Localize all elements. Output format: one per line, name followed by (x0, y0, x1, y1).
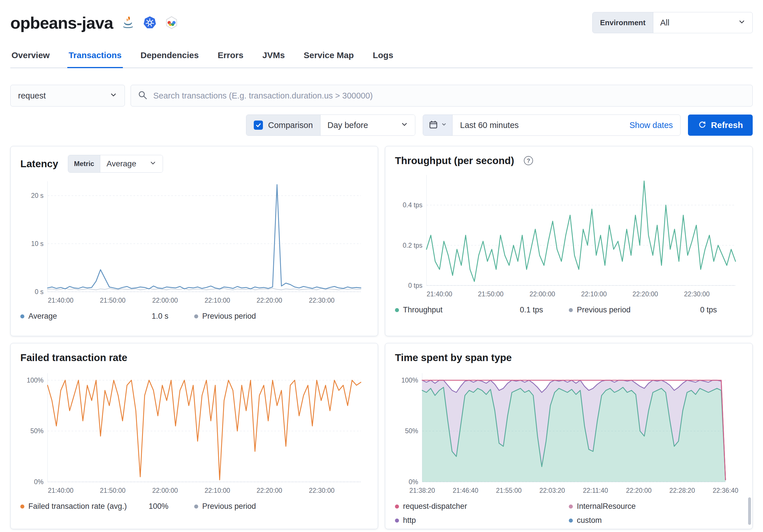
legend-label: Previous period (577, 305, 631, 314)
svg-text:22:30:00: 22:30:00 (309, 297, 335, 304)
legend-item-request-dispatcher[interactable]: request-dispatcher (395, 502, 569, 511)
span-type-panel: Time spent by span type 0%50%100%21:38:2… (385, 343, 753, 529)
svg-text:22:20:00: 22:20:00 (257, 487, 282, 494)
tab-dependencies[interactable]: Dependencies (140, 47, 200, 68)
svg-text:22:30:00: 22:30:00 (309, 487, 335, 494)
comparison-select[interactable]: Day before (320, 115, 415, 136)
refresh-icon (698, 120, 706, 131)
svg-text:22:20:00: 22:20:00 (257, 297, 282, 304)
legend-dot-icon (194, 314, 198, 318)
refresh-button[interactable]: Refresh (688, 115, 753, 136)
svg-text:21:38:20: 21:38:20 (409, 487, 435, 494)
title-row: opbeans-java (10, 10, 753, 36)
legend-label: http (403, 516, 416, 525)
span-type-chart[interactable]: 0%50%100%21:38:2021:46:4021:55:0022:03:2… (395, 369, 743, 496)
calendar-button[interactable] (423, 115, 453, 136)
legend-value: 100% (149, 502, 168, 511)
legend-item-previous-period[interactable]: Previous period (194, 312, 368, 321)
comparison-control: Comparison Day before (246, 115, 415, 136)
legend-label: request-dispatcher (403, 502, 467, 511)
legend-dot-icon (395, 519, 399, 523)
tab-errors[interactable]: Errors (217, 47, 245, 68)
svg-text:22:10:00: 22:10:00 (581, 290, 607, 298)
comparison-value: Day before (327, 121, 368, 130)
legend-item-average[interactable]: Average1.0 s (20, 312, 194, 321)
throughput-chart[interactable]: 0 tps0.2 tps0.4 tps21:40:0021:50:0022:00… (395, 170, 743, 300)
environment-value: All (660, 18, 669, 28)
svg-text:20 s: 20 s (31, 192, 44, 199)
tab-overview[interactable]: Overview (10, 47, 51, 68)
metric-control: Metric Average (68, 155, 163, 173)
legend-label: Previous period (202, 502, 256, 511)
legend-item-internalresource[interactable]: InternalResource (569, 502, 743, 511)
panel-title: Latency (20, 158, 58, 169)
latency-legend: Average1.0 sPrevious period (20, 312, 368, 321)
tab-transactions[interactable]: Transactions (67, 47, 123, 68)
environment-select[interactable]: All (653, 12, 752, 33)
chevron-down-icon (441, 122, 447, 128)
legend-item-previous-period[interactable]: Previous period0 tps (569, 305, 743, 314)
legend-item-previous-period[interactable]: Previous period (194, 502, 368, 511)
throughput-legend: Throughput0.1 tpsPrevious period0 tps (395, 305, 743, 314)
legend-label: Throughput (403, 305, 443, 314)
legend-label: Average (28, 312, 57, 321)
svg-text:21:50:00: 21:50:00 (100, 297, 126, 304)
svg-text:21:40:00: 21:40:00 (427, 290, 453, 298)
time-range-value[interactable]: Last 60 minutes (453, 121, 622, 130)
panel-title: Failed transaction rate (20, 352, 127, 363)
scrollbar-thumb[interactable] (748, 497, 751, 525)
environment-label: Environment (593, 12, 653, 33)
refresh-label: Refresh (711, 120, 743, 130)
svg-text:22:00:00: 22:00:00 (153, 297, 178, 304)
latency-panel: Latency Metric Average 0 s10 s20 s21:40:… (10, 146, 378, 336)
date-picker: Last 60 minutes Show dates (423, 115, 681, 136)
tab-logs[interactable]: Logs (372, 47, 394, 68)
svg-text:0 tps: 0 tps (408, 282, 422, 289)
svg-text:22:36:40: 22:36:40 (712, 487, 738, 494)
chevron-down-icon (738, 18, 745, 28)
failed-rate-chart[interactable]: 0%50%100%21:40:0021:50:0022:00:0022:10:0… (20, 369, 368, 496)
tab-jvms[interactable]: JVMs (261, 47, 286, 68)
legend-dot-icon (194, 504, 198, 508)
metric-select[interactable]: Average (100, 155, 163, 172)
google-cloud-icon (165, 16, 178, 30)
legend-dot-icon (395, 308, 399, 312)
tabs: OverviewTransactionsDependenciesErrorsJV… (10, 47, 753, 68)
failed-rate-legend: Failed transaction rate (avg.)100%Previo… (20, 502, 368, 511)
latency-chart[interactable]: 0 s10 s20 s21:40:0021:50:0022:00:0022:10… (20, 177, 368, 306)
svg-text:50%: 50% (405, 427, 418, 435)
legend-item-failed-transaction-rate-avg[interactable]: Failed transaction rate (avg.)100% (20, 502, 194, 511)
legend-label: Failed transaction rate (avg.) (28, 502, 127, 511)
legend-dot-icon (20, 314, 24, 318)
show-dates-link[interactable]: Show dates (622, 121, 681, 130)
comparison-label: Comparison (268, 121, 313, 130)
legend-item-http[interactable]: http (395, 516, 569, 525)
chevron-down-icon (401, 121, 408, 130)
legend-item-throughput[interactable]: Throughput0.1 tps (395, 305, 569, 314)
svg-text:0.2 tps: 0.2 tps (403, 242, 422, 249)
page-header: opbeans-java (0, 0, 763, 68)
svg-text:22:20:00: 22:20:00 (626, 487, 652, 494)
legend-dot-icon (569, 308, 573, 312)
search-input[interactable] (153, 91, 745, 101)
span-type-legend: request-dispatcherInternalResourcehttpcu… (395, 502, 743, 525)
help-icon[interactable]: ? (524, 156, 533, 165)
svg-text:100%: 100% (27, 376, 44, 384)
transaction-type-select[interactable]: request (10, 85, 125, 107)
search-icon (138, 90, 148, 101)
java-icon (121, 16, 135, 30)
environment-control: Environment All (592, 12, 753, 33)
svg-text:21:55:00: 21:55:00 (496, 487, 522, 494)
comparison-checkbox[interactable] (254, 121, 263, 130)
legend-item-custom[interactable]: custom (569, 516, 743, 525)
svg-text:10 s: 10 s (31, 240, 44, 247)
svg-text:22:10:00: 22:10:00 (204, 487, 230, 494)
svg-text:21:40:00: 21:40:00 (48, 487, 73, 494)
legend-dot-icon (20, 504, 24, 508)
legend-label: Previous period (202, 312, 256, 321)
svg-text:22:30:00: 22:30:00 (684, 290, 710, 298)
svg-text:22:28:20: 22:28:20 (669, 487, 695, 494)
throughput-panel: Throughput (per second) ? 0 tps0.2 tps0.… (385, 146, 753, 336)
comparison-label-group: Comparison (246, 115, 320, 136)
tab-service-map[interactable]: Service Map (302, 47, 355, 68)
